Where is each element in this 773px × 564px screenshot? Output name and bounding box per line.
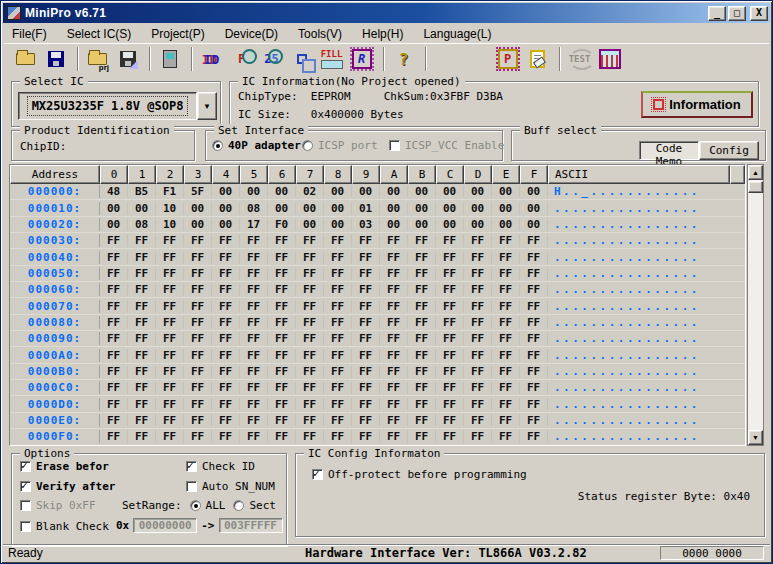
byte-cell[interactable]: FF <box>408 349 436 362</box>
byte-cell[interactable]: FF <box>492 349 520 362</box>
byte-cell[interactable]: FF <box>408 234 436 247</box>
byte-cell[interactable]: FF <box>324 365 352 378</box>
byte-cell[interactable]: FF <box>240 332 268 345</box>
byte-cell[interactable]: FF <box>212 349 240 362</box>
byte-cell[interactable]: FF <box>296 349 324 362</box>
byte-cell[interactable]: FF <box>212 283 240 296</box>
byte-cell[interactable]: FF <box>184 316 212 329</box>
byte-cell[interactable]: FF <box>240 283 268 296</box>
byte-cell[interactable]: FF <box>492 267 520 280</box>
byte-cell[interactable]: FF <box>324 251 352 264</box>
byte-cell[interactable]: 00 <box>324 185 352 198</box>
byte-cell[interactable]: FF <box>296 283 324 296</box>
byte-cell[interactable]: FF <box>184 332 212 345</box>
menu-help-h[interactable]: Help(H) <box>354 25 411 43</box>
byte-cell[interactable]: FF <box>464 332 492 345</box>
icsp-vcc-checkbox[interactable]: ICSP_VCC Enable <box>389 139 504 152</box>
table-row[interactable]: 0000A0:FFFFFFFFFFFFFFFFFFFFFFFFFFFFFFFF.… <box>10 347 745 363</box>
byte-cell[interactable]: 17 <box>240 218 268 231</box>
byte-cell[interactable]: FF <box>296 300 324 313</box>
byte-cell[interactable]: FF <box>296 267 324 280</box>
byte-cell[interactable]: FF <box>352 349 380 362</box>
byte-cell[interactable]: FF <box>156 414 184 427</box>
hex-body[interactable]: 000000:48B5F15F000000020000000000000000H… <box>10 184 745 446</box>
byte-cell[interactable]: F0 <box>268 218 296 231</box>
chip-id-icon[interactable]: ID <box>198 46 225 72</box>
byte-cell[interactable]: FF <box>296 365 324 378</box>
byte-cell[interactable]: FF <box>352 365 380 378</box>
device-icon[interactable] <box>156 46 183 72</box>
off-protect-checkbox[interactable]: Off-protect before programming <box>312 468 527 481</box>
byte-cell[interactable]: FF <box>464 316 492 329</box>
byte-cell[interactable]: FF <box>184 414 212 427</box>
table-row[interactable]: 000040:FFFFFFFFFFFFFFFFFFFFFFFFFFFFFFFF.… <box>10 249 745 265</box>
byte-cell[interactable]: FF <box>520 381 548 394</box>
byte-cell[interactable]: FF <box>492 398 520 411</box>
byte-cell[interactable]: FF <box>212 430 240 443</box>
table-row[interactable]: 000010:00001000000800000001000000000000.… <box>10 200 745 216</box>
byte-cell[interactable]: 08 <box>128 218 156 231</box>
byte-cell[interactable]: FF <box>436 300 464 313</box>
byte-cell[interactable]: FF <box>380 398 408 411</box>
byte-cell[interactable]: FF <box>520 365 548 378</box>
byte-cell[interactable]: FF <box>408 381 436 394</box>
byte-cell[interactable]: FF <box>240 381 268 394</box>
byte-cell[interactable]: FF <box>408 430 436 443</box>
byte-cell[interactable]: FF <box>212 251 240 264</box>
byte-cell[interactable]: 00 <box>464 185 492 198</box>
byte-cell[interactable]: 00 <box>380 218 408 231</box>
copy-buffer-icon[interactable] <box>288 46 315 72</box>
byte-cell[interactable]: FF <box>324 267 352 280</box>
byte-cell[interactable]: FF <box>268 365 296 378</box>
pin-check-icon[interactable] <box>596 46 623 72</box>
auto-sn-checkbox[interactable]: Auto SN_NUM <box>186 480 275 493</box>
byte-cell[interactable]: FF <box>380 283 408 296</box>
menu-language-l[interactable]: Language(L) <box>415 25 499 43</box>
byte-cell[interactable]: FF <box>128 251 156 264</box>
byte-cell[interactable]: FF <box>352 300 380 313</box>
byte-cell[interactable]: 00 <box>380 202 408 215</box>
byte-cell[interactable]: FF <box>240 365 268 378</box>
byte-cell[interactable]: FF <box>380 234 408 247</box>
byte-cell[interactable]: 02 <box>296 185 324 198</box>
byte-cell[interactable]: FF <box>128 381 156 394</box>
byte-cell[interactable]: FF <box>156 234 184 247</box>
range-all-radio[interactable]: ALL <box>190 499 226 512</box>
byte-cell[interactable]: FF <box>520 414 548 427</box>
scroll-up-icon[interactable]: ▲ <box>748 165 763 180</box>
byte-cell[interactable]: FF <box>492 381 520 394</box>
byte-cell[interactable]: 00 <box>212 218 240 231</box>
byte-cell[interactable]: FF <box>436 398 464 411</box>
byte-cell[interactable]: 00 <box>520 202 548 215</box>
byte-cell[interactable]: FF <box>324 300 352 313</box>
byte-cell[interactable]: FF <box>156 283 184 296</box>
maximize-button[interactable]: □ <box>728 6 746 21</box>
close-button[interactable]: X <box>750 6 768 21</box>
byte-cell[interactable]: FF <box>352 381 380 394</box>
erase-before-checkbox[interactable]: Erase befor <box>20 460 109 473</box>
byte-cell[interactable]: FF <box>352 316 380 329</box>
byte-cell[interactable]: FF <box>492 365 520 378</box>
byte-cell[interactable]: FF <box>184 300 212 313</box>
byte-cell[interactable]: FF <box>100 430 128 443</box>
byte-cell[interactable]: 00 <box>240 185 268 198</box>
byte-cell[interactable]: FF <box>408 267 436 280</box>
byte-cell[interactable]: 00 <box>184 202 212 215</box>
byte-cell[interactable]: FF <box>520 300 548 313</box>
byte-cell[interactable]: FF <box>100 332 128 345</box>
byte-cell[interactable]: FF <box>212 381 240 394</box>
byte-cell[interactable]: 00 <box>464 218 492 231</box>
menu-tools-v[interactable]: Tools(V) <box>290 25 350 43</box>
menu-device-d[interactable]: Device(D) <box>217 25 286 43</box>
open-project-icon[interactable] <box>84 46 111 72</box>
table-row[interactable]: 000070:FFFFFFFFFFFFFFFFFFFFFFFFFFFFFFFF.… <box>10 298 745 314</box>
byte-cell[interactable]: FF <box>156 251 184 264</box>
icsp-port-radio[interactable]: ICSP port <box>302 139 378 152</box>
byte-cell[interactable]: FF <box>156 398 184 411</box>
byte-cell[interactable]: FF <box>492 234 520 247</box>
byte-cell[interactable]: FF <box>464 430 492 443</box>
byte-cell[interactable]: FF <box>464 267 492 280</box>
byte-cell[interactable]: FF <box>156 349 184 362</box>
byte-cell[interactable]: FF <box>520 316 548 329</box>
byte-cell[interactable]: FF <box>492 430 520 443</box>
